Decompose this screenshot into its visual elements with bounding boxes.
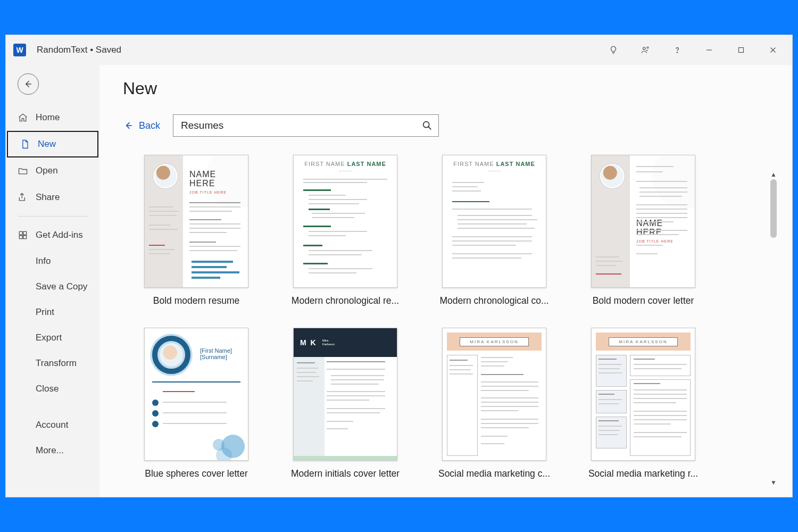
template-bold-modern-cover-letter[interactable]: NAME HERE JOB TITLE HERE (586, 155, 701, 306)
sidebar-item-home[interactable]: Home (6, 104, 99, 131)
main-panel: New Back (99, 65, 792, 497)
backstage-sidebar: Home New Open Share (6, 65, 99, 497)
sidebar-item-label: New (38, 139, 56, 149)
template-label: Bold modern cover letter (586, 295, 701, 306)
template-modern-initials-cover-letter[interactable]: M KMira Karlsson (288, 328, 403, 479)
template-gallery: NAME HERE JOB TITLE HERE (123, 155, 782, 479)
svg-point-2 (677, 52, 677, 53)
template-thumbnail: MIRA KARLSSON (591, 328, 695, 461)
svg-rect-7 (19, 231, 22, 235)
template-thumbnail: [First Name] [Surname] (144, 328, 248, 461)
search-icon[interactable] (421, 120, 433, 131)
sidebar-item-close[interactable]: Close (6, 376, 99, 402)
home-icon (18, 112, 28, 123)
sidebar-item-transform[interactable]: Transform (6, 351, 99, 376)
folder-icon (18, 165, 28, 176)
template-modern-chronological-resume[interactable]: FIRST NAME LAST NAME — — — — (288, 155, 403, 306)
template-social-media-marketing-cover[interactable]: MIRA KARLSSON (437, 328, 552, 479)
template-label: Social media marketing r... (586, 468, 701, 479)
sidebar-item-share[interactable]: Share (6, 184, 99, 211)
sidebar-item-open[interactable]: Open (6, 157, 99, 184)
close-button[interactable] (757, 35, 789, 65)
scroll-up-icon[interactable]: ▲ (769, 171, 778, 178)
document-icon (20, 139, 30, 149)
sidebar-item-label: Open (36, 165, 58, 176)
search-row: Back (123, 114, 782, 137)
svg-point-11 (423, 122, 429, 128)
app-window: W RandomText • Saved (5, 35, 793, 497)
scroll-thumb[interactable] (770, 179, 777, 238)
document-name: RandomText (37, 45, 87, 55)
back-button[interactable] (18, 73, 39, 95)
svg-rect-9 (19, 236, 22, 239)
svg-point-0 (643, 47, 646, 50)
svg-rect-4 (739, 48, 744, 53)
template-thumbnail: M KMira Karlsson (293, 328, 397, 461)
template-label: Modern chronological co... (437, 295, 552, 306)
svg-line-12 (428, 127, 431, 129)
maximize-button[interactable] (725, 35, 757, 65)
help-icon[interactable] (661, 35, 693, 65)
share-icon (18, 192, 28, 203)
search-box (173, 114, 439, 137)
word-app-icon: W (13, 44, 26, 56)
sidebar-item-more[interactable]: More... (6, 438, 99, 463)
template-label: Bold modern resume (139, 295, 254, 306)
svg-rect-8 (23, 231, 27, 235)
template-thumbnail: NAME HERE JOB TITLE HERE (591, 155, 695, 288)
template-thumbnail: NAME HERE JOB TITLE HERE (144, 155, 248, 288)
document-title: RandomText • Saved (37, 45, 121, 55)
sidebar-item-new[interactable]: New (7, 131, 98, 157)
sidebar-item-info[interactable]: Info (6, 248, 99, 274)
template-label: Modern chronological re... (288, 295, 403, 306)
template-label: Modern initials cover letter (288, 468, 403, 479)
template-thumbnail: FIRST NAME LAST NAME — — — — (293, 155, 397, 288)
sidebar-item-label: Home (36, 112, 60, 123)
template-social-media-marketing-resume[interactable]: MIRA KARLSSON (586, 328, 701, 479)
search-input[interactable] (181, 120, 421, 131)
sidebar-item-label: Share (36, 192, 60, 203)
template-modern-chronological-cover[interactable]: FIRST NAME LAST NAME — — — — (437, 155, 552, 306)
sidebar-item-print[interactable]: Print (6, 300, 99, 325)
scroll-down-icon[interactable]: ▼ (769, 479, 778, 486)
template-label: Blue spheres cover letter (139, 468, 254, 479)
template-blue-spheres-cover-letter[interactable]: [First Name] [Surname] Blue spheres cove… (139, 328, 254, 479)
vertical-scrollbar[interactable]: ▲ ▼ (769, 171, 778, 486)
addins-icon (18, 230, 28, 240)
sidebar-item-account[interactable]: Account (6, 412, 99, 438)
template-label: Social media marketing c... (437, 468, 552, 479)
sidebar-separator (18, 216, 88, 217)
account-icon[interactable] (629, 35, 661, 65)
minimize-button[interactable] (693, 35, 725, 65)
svg-point-1 (647, 47, 649, 48)
template-thumbnail: FIRST NAME LAST NAME — — — — (442, 155, 546, 288)
template-thumbnail: MIRA KARLSSON (442, 328, 546, 461)
back-label: Back (139, 120, 160, 131)
search-back-button[interactable]: Back (123, 120, 160, 131)
sidebar-item-label: Get Add-ins (36, 230, 83, 240)
tips-icon[interactable] (597, 35, 629, 65)
titlebar: W RandomText • Saved (6, 35, 792, 65)
svg-rect-10 (23, 236, 27, 239)
sidebar-item-export[interactable]: Export (6, 325, 99, 351)
page-title: New (123, 79, 782, 98)
template-bold-modern-resume[interactable]: NAME HERE JOB TITLE HERE (139, 155, 254, 306)
sidebar-item-addins[interactable]: Get Add-ins (6, 222, 99, 248)
sidebar-item-saveacopy[interactable]: Save a Copy (6, 274, 99, 300)
save-state: Saved (96, 45, 121, 55)
